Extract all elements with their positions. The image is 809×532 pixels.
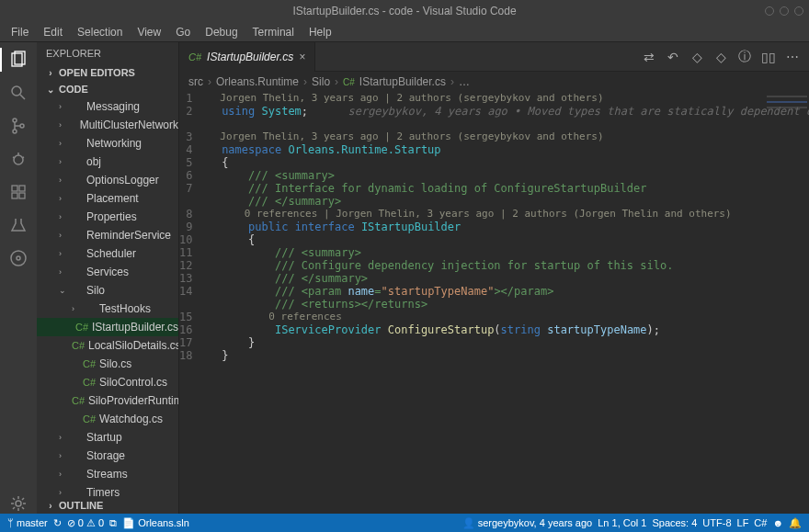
file-icon: C# xyxy=(75,322,88,333)
tree-item-scheduler[interactable]: ›Scheduler xyxy=(37,244,178,263)
tree-item-label: Silo.cs xyxy=(99,357,131,370)
section-code[interactable]: ⌄CODE xyxy=(37,81,178,97)
tree-item-watchdog-cs[interactable]: C#Watchdog.cs xyxy=(37,410,178,428)
file-icon: C# xyxy=(83,377,96,388)
tab-close-icon[interactable]: × xyxy=(299,51,305,63)
eol-indicator[interactable]: LF xyxy=(737,517,749,528)
tree-item-label: ReminderService xyxy=(86,229,171,242)
settings-icon[interactable] xyxy=(8,493,28,514)
bell-icon[interactable]: 🔔 xyxy=(789,517,802,529)
tree-item-placement[interactable]: ›Placement xyxy=(37,189,178,208)
tree-item-startup[interactable]: ›Startup xyxy=(37,428,178,447)
branch-indicator[interactable]: ᛘ master xyxy=(7,517,48,528)
tree-item-istartupbuilder-cs[interactable]: C#IStartupBuilder.cs xyxy=(37,318,178,336)
tree-item-optionslogger[interactable]: ›OptionsLogger xyxy=(37,171,178,189)
section-open-editors[interactable]: ›OPEN EDITORS xyxy=(37,64,178,81)
scm-icon[interactable] xyxy=(8,116,28,136)
tree-item-networking[interactable]: ›Networking xyxy=(37,134,178,153)
diff-next-icon[interactable]: ◇ xyxy=(713,50,728,64)
tree-item-label: MultiClusterNetwork xyxy=(80,119,178,131)
encoding-indicator[interactable]: UTF-8 xyxy=(702,517,731,528)
tree-item-label: Streams xyxy=(86,468,128,481)
extensions-icon[interactable] xyxy=(8,182,28,202)
chevron-icon: › xyxy=(59,157,70,166)
codelens[interactable]: 0 references | Jorgen Thelin, 3 years ag… xyxy=(201,208,809,221)
search-icon[interactable] xyxy=(8,83,28,103)
tree-item-storage[interactable]: ›Storage xyxy=(37,447,178,465)
minimap[interactable] xyxy=(767,96,807,129)
tree-item-silo[interactable]: ⌄Silo xyxy=(37,281,178,300)
tree-item-services[interactable]: ›Services xyxy=(37,263,178,281)
menu-view[interactable]: View xyxy=(131,24,166,40)
language-indicator[interactable]: C# xyxy=(754,517,767,528)
close-icon[interactable] xyxy=(794,6,803,16)
chevron-icon: › xyxy=(72,304,83,313)
tree-item-label: Networking xyxy=(86,137,142,150)
tree-item-obj[interactable]: ›obj xyxy=(37,153,178,171)
crumb-src[interactable]: src xyxy=(188,75,203,88)
remote-icon[interactable] xyxy=(8,248,28,268)
crumb-silo[interactable]: Silo xyxy=(312,75,330,88)
tree-item-properties[interactable]: ›Properties xyxy=(37,208,178,226)
menu-help[interactable]: Help xyxy=(303,24,337,40)
chevron-icon: › xyxy=(59,175,70,185)
code-area[interactable]: 123456789101112131415161718 Jorgen Theli… xyxy=(179,92,809,514)
tree-item-label: SiloProviderRuntime.cs xyxy=(88,394,178,407)
code-lines[interactable]: Jorgen Thelin, 3 years ago | 2 authors (… xyxy=(201,92,809,514)
tree-item-streams[interactable]: ›Streams xyxy=(37,465,178,483)
maximize-icon[interactable] xyxy=(780,6,789,16)
menu-debug[interactable]: Debug xyxy=(199,24,243,40)
split-editor-icon[interactable]: ▯▯ xyxy=(761,50,776,64)
menu-edit[interactable]: Edit xyxy=(38,24,68,40)
tree-item-messaging[interactable]: ›Messaging xyxy=(37,97,178,116)
cursor-position[interactable]: Ln 1, Col 1 xyxy=(598,517,646,528)
more-icon[interactable]: ⋯ xyxy=(785,50,800,64)
port-icon[interactable]: ⧉ xyxy=(109,517,117,529)
info-icon[interactable]: ⓘ xyxy=(737,49,752,65)
svg-point-15 xyxy=(11,251,26,266)
chevron-icon: › xyxy=(59,249,70,258)
gutter: 123456789101112131415161718 xyxy=(179,92,201,514)
tree-item-silocontrol-cs[interactable]: C#SiloControl.cs xyxy=(37,373,178,391)
tree-item-silo-cs[interactable]: C#Silo.cs xyxy=(37,355,178,373)
svg-point-5 xyxy=(13,130,17,133)
crumb-runtime[interactable]: Orleans.Runtime xyxy=(216,75,299,88)
breadcrumb[interactable]: src› Orleans.Runtime› Silo› C#IStartupBu… xyxy=(179,72,809,92)
crumb-more[interactable]: … xyxy=(459,75,470,88)
indent-indicator[interactable]: Spaces: 4 xyxy=(652,517,697,528)
svg-line-9 xyxy=(13,157,15,158)
feedback-icon[interactable]: ☻ xyxy=(772,517,783,528)
revert-icon[interactable]: ↶ xyxy=(666,50,680,64)
compare-icon[interactable]: ⇄ xyxy=(642,50,656,64)
test-icon[interactable] xyxy=(8,215,28,235)
tab-istartupbuilder[interactable]: C# IStartupBuilder.cs × xyxy=(179,42,315,72)
blame-status[interactable]: 👤 sergeybykov, 4 years ago xyxy=(462,517,593,529)
tree-item-localsilodetails-cs[interactable]: C#LocalSiloDetails.cs xyxy=(37,336,178,355)
tree-item-multiclusternetwork[interactable]: ›MultiClusterNetwork xyxy=(37,116,178,134)
chevron-icon: › xyxy=(59,212,70,221)
tree-item-siloproviderruntime-cs[interactable]: C#SiloProviderRuntime.cs xyxy=(37,391,178,410)
menu-selection[interactable]: Selection xyxy=(72,24,128,40)
menu-go[interactable]: Go xyxy=(170,24,196,40)
section-outline[interactable]: ›OUTLINE xyxy=(37,497,178,514)
sync-icon[interactable]: ↻ xyxy=(53,517,62,529)
tree-item-testhooks[interactable]: ›TestHooks xyxy=(37,300,178,318)
codelens[interactable]: Jorgen Thelin, 3 years ago | 2 authors (… xyxy=(201,92,809,105)
svg-rect-12 xyxy=(12,193,17,198)
file-tree: ›Messaging›MultiClusterNetwork›Networkin… xyxy=(37,97,178,497)
tree-item-timers[interactable]: ›Timers xyxy=(37,483,178,497)
codelens[interactable]: 0 references xyxy=(201,311,809,323)
minimize-icon[interactable] xyxy=(765,6,774,16)
explorer-icon[interactable] xyxy=(8,50,28,70)
diff-prev-icon[interactable]: ◇ xyxy=(689,50,704,64)
menu-file[interactable]: File xyxy=(6,24,34,40)
codelens[interactable]: Jorgen Thelin, 3 years ago | 2 authors (… xyxy=(201,130,809,143)
crumb-file[interactable]: IStartupBuilder.cs xyxy=(359,75,446,88)
menu-terminal[interactable]: Terminal xyxy=(247,24,300,40)
editor: C# IStartupBuilder.cs × ⇄ ↶ ◇ ◇ ⓘ ▯▯ ⋯ s… xyxy=(179,42,809,514)
svg-line-10 xyxy=(22,157,24,158)
debug-icon[interactable] xyxy=(8,149,28,169)
tree-item-reminderservice[interactable]: ›ReminderService xyxy=(37,226,178,244)
solution-indicator[interactable]: 📄 Orleans.sln xyxy=(122,517,189,529)
problems-indicator[interactable]: ⊘ 0 ⚠ 0 xyxy=(67,517,104,529)
